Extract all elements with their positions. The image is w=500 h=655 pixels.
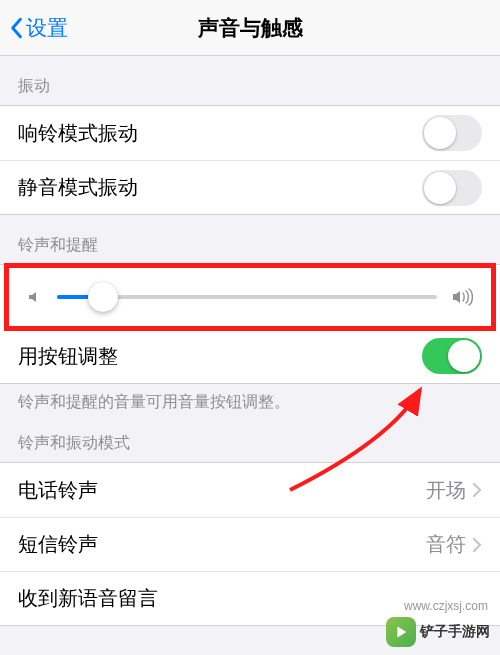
row-label: 静音模式振动 xyxy=(18,174,138,201)
row-silent-vibrate[interactable]: 静音模式振动 xyxy=(0,160,500,214)
row-value-text: 开场 xyxy=(426,477,466,504)
row-change-with-buttons[interactable]: 用按钮调整 xyxy=(0,329,500,383)
watermark: 铲子手游网 xyxy=(386,617,490,647)
row-ringtone[interactable]: 电话铃声 开场 xyxy=(0,463,500,517)
switch-ring-vibrate[interactable] xyxy=(422,115,482,151)
section-footer-ringer: 铃声和提醒的音量可用音量按钮调整。 xyxy=(0,384,500,413)
row-label: 用按钮调整 xyxy=(18,343,118,370)
row-label: 短信铃声 xyxy=(18,531,98,558)
row-label: 收到新语音留言 xyxy=(18,585,158,612)
row-label: 电话铃声 xyxy=(18,477,98,504)
chevron-right-icon xyxy=(472,482,482,498)
row-label: 响铃模式振动 xyxy=(18,120,138,147)
group-vibration: 响铃模式振动 静音模式振动 xyxy=(0,105,500,215)
back-button[interactable]: 设置 xyxy=(8,14,68,42)
chevron-right-icon xyxy=(472,537,482,553)
section-header-patterns: 铃声和振动模式 xyxy=(0,413,500,462)
page-title: 声音与触感 xyxy=(0,14,500,42)
row-ring-vibrate[interactable]: 响铃模式振动 xyxy=(0,106,500,160)
row-volume-slider[interactable] xyxy=(9,268,491,326)
volume-slider[interactable] xyxy=(57,282,437,312)
volume-low-icon xyxy=(27,289,43,305)
section-header-vibration: 振动 xyxy=(0,56,500,105)
header-bar: 设置 声音与触感 xyxy=(0,0,500,56)
chevron-left-icon xyxy=(8,17,24,39)
back-label: 设置 xyxy=(26,14,68,42)
row-value-text: 音符 xyxy=(426,531,466,558)
watermark-url: www.czjxsj.com xyxy=(404,599,488,613)
watermark-logo-icon xyxy=(386,617,416,647)
switch-silent-vibrate[interactable] xyxy=(422,170,482,206)
watermark-site-name: 铲子手游网 xyxy=(420,623,490,641)
switch-change-with-buttons[interactable] xyxy=(422,338,482,374)
annotation-highlight-box xyxy=(4,263,496,331)
group-ringer: 用按钮调整 xyxy=(0,264,500,384)
volume-high-icon xyxy=(451,288,473,306)
row-text-tone[interactable]: 短信铃声 音符 xyxy=(0,517,500,571)
section-header-ringer: 铃声和提醒 xyxy=(0,215,500,264)
